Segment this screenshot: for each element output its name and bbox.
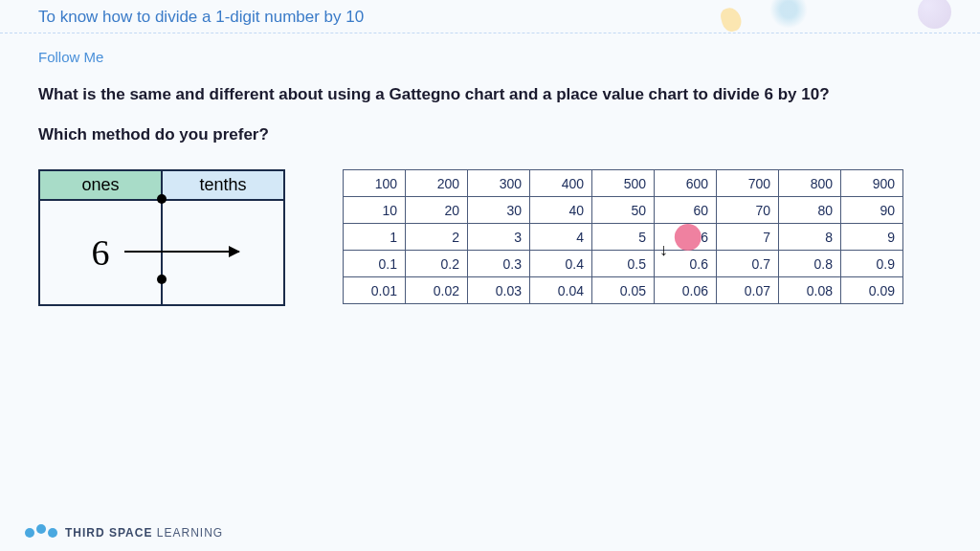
gattegno-cell: 70 bbox=[717, 197, 779, 224]
gattegno-cell: 50 bbox=[592, 197, 655, 224]
pv-header-ones: ones bbox=[39, 170, 162, 200]
gattegno-cell: 30 bbox=[468, 197, 530, 224]
pv-cell-tenths bbox=[162, 200, 284, 305]
gattegno-cell: 0.4 bbox=[530, 251, 592, 277]
arrow-right-icon bbox=[124, 251, 239, 253]
gattegno-cell: 0.3 bbox=[468, 251, 530, 277]
gattegno-cell: 8 bbox=[779, 224, 841, 251]
gattegno-cell: 90 bbox=[841, 197, 903, 224]
gattegno-cell: 60 bbox=[655, 197, 717, 224]
gattegno-cell: 0.8 bbox=[779, 251, 841, 277]
gattegno-cell: 2 bbox=[406, 224, 468, 251]
gattegno-cell: 4 bbox=[530, 224, 592, 251]
gattegno-cell: 0.06 bbox=[655, 277, 717, 304]
footer-brand: THIRD SPACE LEARNING bbox=[25, 526, 223, 540]
gattegno-cell: 20 bbox=[406, 197, 468, 224]
decimal-point-icon bbox=[157, 275, 167, 284]
gattegno-cell: 0.01 bbox=[344, 277, 406, 304]
charts-row: ones tenths 6 10020030040050060070080090… bbox=[38, 169, 942, 306]
gattegno-cell: 0.5 bbox=[592, 251, 655, 277]
gattegno-cell: 700 bbox=[717, 170, 779, 197]
gattegno-cell: 9 bbox=[841, 224, 903, 251]
gattegno-cell: 0.03 bbox=[468, 277, 530, 304]
gattegno-cell: 3 bbox=[468, 224, 530, 251]
pv-cell-ones: 6 bbox=[39, 200, 162, 305]
gattegno-cell: 7 bbox=[717, 224, 779, 251]
gattegno-cell: 0.09 bbox=[841, 277, 903, 304]
section-label: Follow Me bbox=[38, 49, 942, 65]
gattegno-cell: 500 bbox=[592, 170, 655, 197]
decimal-point-icon bbox=[157, 194, 167, 204]
place-value-chart: ones tenths 6 bbox=[38, 169, 285, 306]
gattegno-cell: 6 bbox=[655, 224, 717, 251]
gattegno-cell: 0.07 bbox=[717, 277, 779, 304]
brand-text: THIRD SPACE LEARNING bbox=[65, 526, 223, 540]
gattegno-cell: 0.02 bbox=[406, 277, 468, 304]
gattegno-cell: 800 bbox=[779, 170, 841, 197]
gattegno-cell: 0.7 bbox=[717, 251, 779, 277]
pv-value: 6 bbox=[92, 232, 110, 273]
gattegno-cell: 100 bbox=[344, 170, 406, 197]
gattegno-cell: 900 bbox=[841, 170, 903, 197]
title-bar: To know how to divide a 1-digit number b… bbox=[0, 0, 980, 33]
gattegno-cell: 300 bbox=[468, 170, 530, 197]
gattegno-cell: 0.1 bbox=[344, 251, 406, 277]
question-line-1: What is the same and different about usi… bbox=[38, 82, 942, 107]
question-line-2: Which method do you prefer? bbox=[38, 122, 942, 147]
main-content: Follow Me What is the same and different… bbox=[0, 33, 980, 321]
gattegno-cell: 10 bbox=[344, 197, 406, 224]
gattegno-cell: 400 bbox=[530, 170, 592, 197]
gattegno-cell: 0.05 bbox=[592, 277, 655, 304]
gattegno-cell: 40 bbox=[530, 197, 592, 224]
gattegno-cell: 0.6 bbox=[655, 251, 717, 277]
gattegno-cell: 5 bbox=[592, 224, 655, 251]
gattegno-cell: 1 bbox=[344, 224, 406, 251]
pv-header-tenths: tenths bbox=[162, 170, 284, 200]
gattegno-cell: 0.08 bbox=[779, 277, 841, 304]
place-value-table: ones tenths 6 bbox=[38, 169, 285, 306]
gattegno-chart: 1002003004005006007008009001020304050607… bbox=[343, 169, 903, 304]
logo-icon bbox=[25, 528, 57, 538]
gattegno-cell: 0.2 bbox=[406, 251, 468, 277]
gattegno-cell: 80 bbox=[779, 197, 841, 224]
gattegno-cell: 600 bbox=[655, 170, 717, 197]
gattegno-cell: 200 bbox=[406, 170, 468, 197]
gattegno-cell: 0.04 bbox=[530, 277, 592, 304]
gattegno-chart-wrap: 1002003004005006007008009001020304050607… bbox=[343, 169, 903, 304]
gattegno-cell: 0.9 bbox=[841, 251, 903, 277]
